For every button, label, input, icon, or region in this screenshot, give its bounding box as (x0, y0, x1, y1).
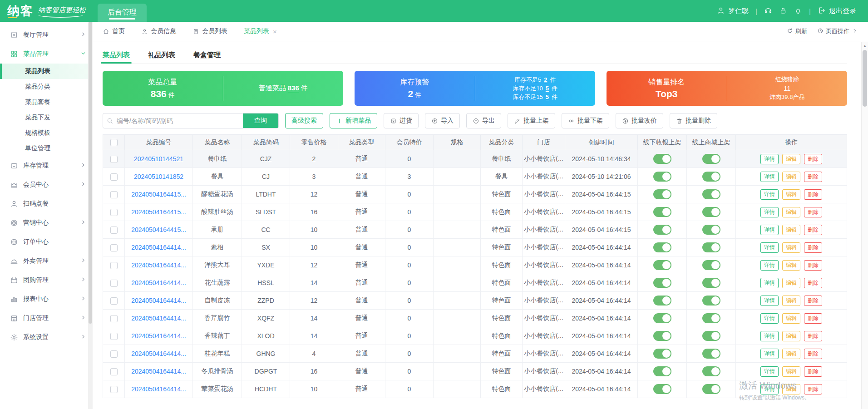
detail-button[interactable]: 详情 (760, 384, 779, 394)
toolbar-button-批量下架[interactable]: 批量下架 (562, 113, 609, 128)
delete-button[interactable]: 删除 (804, 384, 822, 394)
offline-pos-toggle[interactable] (653, 189, 671, 199)
current-user[interactable]: 罗仁聪 (717, 6, 749, 16)
dish-code-link[interactable]: 20240504164415... (131, 226, 186, 233)
subtab-餐盒管理[interactable]: 餐盒管理 (193, 46, 221, 64)
offline-pos-toggle[interactable] (653, 349, 671, 359)
offline-pos-toggle[interactable] (653, 207, 671, 217)
dish-code-link[interactable]: 20240504164414... (131, 261, 186, 269)
query-button[interactable]: 查询 (243, 113, 278, 128)
offline-pos-toggle[interactable] (653, 242, 671, 252)
detail-button[interactable]: 详情 (760, 242, 779, 253)
detail-button[interactable]: 详情 (760, 313, 779, 324)
select-all-checkbox[interactable] (110, 139, 118, 146)
open-tab-会员信息[interactable]: 会员信息 (141, 27, 176, 35)
sidebar-item-2[interactable]: 菜品管理 (0, 44, 93, 64)
online-mall-toggle[interactable] (702, 384, 720, 394)
toolbar-button-批量上架[interactable]: 批量上架 (508, 113, 555, 128)
delete-button[interactable]: 删除 (804, 242, 822, 253)
sidebar-subitem-菜品套餐[interactable]: 菜品套餐 (0, 94, 93, 110)
sidebar-item-1[interactable]: 餐厅管理 (0, 25, 93, 44)
sidebar-item-9[interactable]: 团购管理 (0, 271, 93, 290)
offline-pos-toggle[interactable] (653, 366, 671, 376)
sidebar-item-7[interactable]: 订单中心 (0, 232, 93, 251)
refresh-button[interactable]: 刷新 (787, 27, 807, 35)
row-checkbox[interactable] (110, 350, 118, 358)
dish-code-link[interactable]: 20240504164414... (131, 297, 186, 304)
logout-button[interactable]: 退出登录 (818, 6, 856, 16)
delete-button[interactable]: 删除 (804, 189, 822, 200)
row-checkbox[interactable] (110, 280, 118, 287)
offline-pos-toggle[interactable] (653, 331, 671, 341)
toolbar-button-批量改价[interactable]: 批量改价 (616, 113, 663, 128)
offline-pos-toggle[interactable] (653, 225, 671, 235)
offline-pos-toggle[interactable] (653, 260, 671, 270)
online-mall-toggle[interactable] (702, 313, 720, 323)
dish-code-link[interactable]: 20240504164415... (131, 208, 186, 216)
delete-button[interactable]: 删除 (804, 260, 822, 271)
sidebar-item-8[interactable]: 外卖管理 (0, 251, 93, 271)
delete-button[interactable]: 删除 (804, 278, 822, 288)
detail-button[interactable]: 详情 (760, 296, 779, 306)
online-mall-toggle[interactable] (702, 225, 720, 235)
detail-button[interactable]: 详情 (760, 278, 779, 288)
open-tab-会员列表[interactable]: 会员列表 (192, 27, 227, 35)
subtab-礼品列表[interactable]: 礼品列表 (148, 46, 175, 64)
row-checkbox[interactable] (110, 191, 118, 198)
edit-button[interactable]: 编辑 (782, 349, 800, 359)
dish-code-link[interactable]: 20240504164414... (131, 244, 186, 251)
row-checkbox[interactable] (110, 156, 118, 163)
detail-button[interactable]: 详情 (760, 207, 779, 217)
dish-code-link[interactable]: 20240504164414... (131, 315, 186, 322)
sidebar-item-5[interactable]: 扫码点餐 (0, 194, 93, 213)
online-mall-toggle[interactable] (702, 172, 720, 182)
open-tab-首页[interactable]: 首页 (103, 27, 125, 35)
delete-button[interactable]: 删除 (804, 349, 822, 359)
sidebar-subitem-菜品下发[interactable]: 菜品下发 (0, 110, 93, 125)
offline-pos-toggle[interactable] (653, 278, 671, 288)
row-checkbox[interactable] (110, 315, 118, 322)
toolbar-button-新增菜品[interactable]: 新增菜品 (330, 113, 377, 128)
online-mall-toggle[interactable] (702, 207, 720, 217)
sidebar-item-10[interactable]: 报表中心 (0, 290, 93, 309)
page-operations-button[interactable]: 页面操作 (817, 27, 858, 35)
delete-button[interactable]: 删除 (804, 207, 822, 217)
dish-code-link[interactable]: 20240504164415... (131, 191, 186, 198)
row-checkbox[interactable] (110, 262, 118, 269)
row-checkbox[interactable] (110, 386, 118, 393)
delete-button[interactable]: 删除 (804, 225, 822, 235)
detail-button[interactable]: 详情 (760, 154, 779, 164)
bell-icon-button[interactable] (794, 6, 802, 16)
edit-button[interactable]: 编辑 (782, 331, 800, 341)
offline-pos-toggle[interactable] (653, 172, 671, 182)
edit-button[interactable]: 编辑 (782, 313, 800, 324)
toolbar-button-高级搜索[interactable]: 高级搜索 (285, 113, 323, 128)
nav-backoffice-tab[interactable]: 后台管理 (98, 4, 147, 22)
edit-button[interactable]: 编辑 (782, 189, 800, 200)
detail-button[interactable]: 详情 (760, 366, 779, 377)
online-mall-toggle[interactable] (702, 260, 720, 270)
edit-button[interactable]: 编辑 (782, 366, 800, 377)
scroll-up-arrow[interactable]: ▲ (862, 42, 868, 48)
row-checkbox[interactable] (110, 209, 118, 216)
detail-button[interactable]: 详情 (760, 225, 779, 235)
sidebar-subitem-规格模板[interactable]: 规格模板 (0, 125, 93, 141)
toolbar-button-导入[interactable]: 导入 (425, 113, 460, 128)
online-mall-toggle[interactable] (702, 242, 720, 252)
content-scrollbar[interactable]: ▲ (861, 42, 868, 409)
online-mall-toggle[interactable] (702, 366, 720, 376)
offline-pos-toggle[interactable] (653, 313, 671, 323)
sidebar-item-6[interactable]: 营销中心 (0, 213, 93, 232)
detail-button[interactable]: 详情 (760, 189, 779, 200)
sidebar-item-12[interactable]: 系统设置 (0, 328, 93, 347)
open-tab-菜品列表[interactable]: 菜品列表× (244, 27, 277, 35)
delete-button[interactable]: 删除 (804, 296, 822, 306)
sidebar-subitem-菜品分类[interactable]: 菜品分类 (0, 79, 93, 94)
detail-button[interactable]: 详情 (760, 260, 779, 271)
online-mall-toggle[interactable] (702, 331, 720, 341)
sidebar-scrollbar[interactable] (88, 22, 93, 409)
detail-button[interactable]: 详情 (760, 172, 779, 182)
row-checkbox[interactable] (110, 227, 118, 234)
edit-button[interactable]: 编辑 (782, 260, 800, 271)
delete-button[interactable]: 删除 (804, 331, 822, 341)
